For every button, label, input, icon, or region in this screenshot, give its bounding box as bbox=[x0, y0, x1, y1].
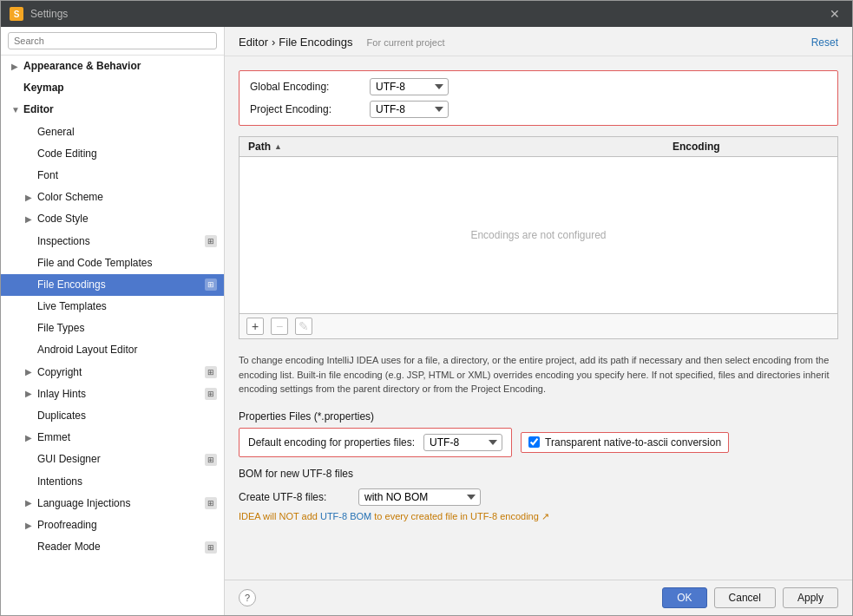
sidebar-item-label: Editor bbox=[23, 102, 54, 118]
sidebar-item-file-code-templates[interactable]: File and Code Templates bbox=[1, 252, 224, 274]
project-encoding-label: Project Encoding: bbox=[250, 103, 363, 115]
reset-button[interactable]: Reset bbox=[811, 36, 838, 49]
sidebar-item-proofreading[interactable]: ▶ Proofreading bbox=[1, 514, 224, 536]
remove-encoding-button[interactable]: − bbox=[271, 318, 288, 335]
sidebar-item-label: Duplicates bbox=[37, 408, 86, 424]
sidebar-item-duplicates[interactable]: Duplicates bbox=[1, 405, 224, 427]
minus-icon: − bbox=[276, 319, 283, 333]
sidebar-item-inspections[interactable]: Inspections ⊞ bbox=[1, 231, 224, 252]
sidebar-item-android-layout-editor[interactable]: Android Layout Editor bbox=[1, 339, 224, 361]
badge-icon: ⊞ bbox=[205, 454, 217, 466]
apply-button[interactable]: Apply bbox=[783, 587, 838, 608]
transparent-conversion-box: Transparent native-to-ascii conversion bbox=[521, 432, 729, 453]
sidebar-item-keymap[interactable]: Keymap bbox=[1, 77, 224, 99]
encoding-settings-box: Global Encoding: UTF-8 UTF-16 ISO-8859-1… bbox=[239, 70, 838, 126]
badge-icon: ⊞ bbox=[205, 366, 217, 378]
sidebar-item-intentions[interactable]: Intentions bbox=[1, 471, 224, 493]
sidebar-item-label: Keymap bbox=[23, 80, 64, 96]
sidebar-item-editor[interactable]: ▼ Editor bbox=[1, 99, 224, 121]
sort-arrow-icon: ▲ bbox=[274, 142, 282, 151]
edit-encoding-button[interactable]: ✎ bbox=[295, 318, 312, 335]
sidebar-item-label: Proofreading bbox=[37, 517, 97, 534]
global-encoding-row: Global Encoding: UTF-8 UTF-16 ISO-8859-1 bbox=[250, 78, 827, 95]
arrow-icon: ▶ bbox=[11, 60, 22, 74]
sidebar-item-label: Inlay Hints bbox=[37, 386, 86, 403]
bom-note-link[interactable]: UTF-8 BOM bbox=[320, 511, 371, 521]
sidebar-item-reader-mode[interactable]: Reader Mode ⊞ bbox=[1, 536, 224, 558]
chevron-right-icon: ▶ bbox=[25, 365, 36, 379]
project-encoding-select[interactable]: UTF-8 UTF-16 ISO-8859-1 bbox=[370, 101, 449, 118]
sidebar-item-appearance[interactable]: ▶ Appearance & Behavior bbox=[1, 56, 224, 77]
sidebar-item-general[interactable]: General bbox=[1, 121, 224, 143]
sidebar-item-label: Copyright bbox=[37, 364, 82, 381]
bom-select[interactable]: with NO BOM with BOM with BOM (macOS) wi… bbox=[358, 488, 481, 506]
sidebar-item-inlay-hints[interactable]: ▶ Inlay Hints ⊞ bbox=[1, 383, 224, 405]
encodings-table: Path ▲ Encoding Encodings are not config… bbox=[239, 136, 838, 339]
sidebar-item-label: Emmet bbox=[37, 429, 70, 446]
sidebar-item-label: File and Code Templates bbox=[37, 255, 153, 272]
search-box bbox=[1, 27, 224, 56]
sidebar-item-label: File Encodings bbox=[37, 277, 106, 293]
sidebar-item-file-encodings[interactable]: File Encodings ⊞ bbox=[1, 274, 224, 296]
question-icon: ? bbox=[245, 593, 250, 603]
col-path: Path ▲ bbox=[239, 137, 664, 156]
app-icon: S bbox=[10, 7, 23, 21]
close-button[interactable]: ✕ bbox=[826, 5, 843, 23]
sidebar-item-label: GUI Designer bbox=[37, 451, 101, 468]
properties-section: Properties Files (*.properties) Default … bbox=[239, 410, 838, 457]
bottom-bar: ? OK Cancel Apply bbox=[225, 580, 852, 615]
chevron-right-icon: ▶ bbox=[25, 431, 36, 445]
titlebar: S Settings ✕ bbox=[1, 1, 852, 27]
properties-row-container: Default encoding for properties files: U… bbox=[239, 428, 838, 457]
global-encoding-select[interactable]: UTF-8 UTF-16 ISO-8859-1 bbox=[370, 78, 449, 95]
main-panel: Editor › File Encodings For current proj… bbox=[225, 27, 852, 615]
breadcrumb-current: File Encodings bbox=[279, 36, 352, 49]
sidebar-item-language-injections[interactable]: ▶ Language Injections ⊞ bbox=[1, 493, 224, 514]
sidebar-item-label: Inspections bbox=[37, 233, 90, 250]
sidebar-item-label: Intentions bbox=[37, 474, 82, 490]
breadcrumb-scope: For current project bbox=[367, 37, 445, 48]
table-footer: + − ✎ bbox=[239, 313, 837, 338]
chevron-right-icon: ▶ bbox=[25, 519, 36, 533]
col-encoding-label: Encoding bbox=[673, 141, 720, 153]
sidebar-item-label: Android Layout Editor bbox=[37, 342, 137, 358]
sidebar-item-label: Appearance & Behavior bbox=[23, 58, 141, 75]
add-encoding-button[interactable]: + bbox=[246, 318, 264, 335]
help-button[interactable]: ? bbox=[239, 589, 256, 606]
badge-icon: ⊞ bbox=[205, 541, 217, 554]
bom-note-suffix: to every created file in UTF-8 encoding … bbox=[374, 511, 549, 521]
bom-note-prefix: IDEA will NOT add bbox=[239, 511, 320, 521]
sidebar-item-file-types[interactable]: File Types bbox=[1, 318, 224, 339]
cancel-button[interactable]: Cancel bbox=[714, 587, 776, 608]
sidebar-item-copyright[interactable]: ▶ Copyright ⊞ bbox=[1, 362, 224, 383]
sidebar-item-label: Reader Mode bbox=[37, 539, 101, 555]
default-encoding-label: Default encoding for properties files: bbox=[248, 436, 415, 449]
edit-icon: ✎ bbox=[299, 319, 309, 333]
chevron-right-icon: ▶ bbox=[25, 387, 36, 401]
sidebar-item-label: Code Style bbox=[37, 211, 89, 227]
bom-row: Create UTF-8 files: with NO BOM with BOM… bbox=[239, 488, 838, 506]
sidebar-item-live-templates[interactable]: Live Templates bbox=[1, 296, 224, 318]
properties-encoding-select[interactable]: UTF-8 UTF-16 ISO-8859-1 bbox=[423, 434, 502, 451]
global-encoding-label: Global Encoding: bbox=[250, 81, 363, 93]
chevron-right-icon: ▶ bbox=[25, 191, 36, 205]
sidebar-item-code-style[interactable]: ▶ Code Style bbox=[1, 208, 224, 230]
breadcrumb: Editor › File Encodings For current proj… bbox=[239, 36, 444, 49]
sidebar-item-code-editing[interactable]: Code Editing bbox=[1, 143, 224, 165]
ok-button[interactable]: OK bbox=[662, 587, 706, 608]
sidebar-item-emmet[interactable]: ▶ Emmet bbox=[1, 427, 224, 449]
search-input[interactable] bbox=[8, 32, 217, 49]
transparent-conversion-checkbox[interactable] bbox=[528, 436, 540, 448]
transparent-conversion-label[interactable]: Transparent native-to-ascii conversion bbox=[545, 436, 721, 449]
chevron-right-icon: ▶ bbox=[25, 213, 36, 226]
breadcrumb-parent: Editor bbox=[239, 36, 268, 49]
bom-note: IDEA will NOT add UTF-8 BOM to every cre… bbox=[239, 511, 838, 522]
add-icon: + bbox=[252, 319, 259, 333]
sidebar-item-font[interactable]: Font bbox=[1, 165, 224, 187]
sidebar-item-color-scheme[interactable]: ▶ Color Scheme bbox=[1, 187, 224, 208]
col-encoding: Encoding bbox=[664, 137, 837, 156]
sidebar-item-gui-designer[interactable]: GUI Designer ⊞ bbox=[1, 449, 224, 470]
properties-encoding-box: Default encoding for properties files: U… bbox=[239, 428, 512, 457]
sidebar-item-label: Code Editing bbox=[37, 146, 97, 162]
sidebar-item-label: General bbox=[37, 124, 75, 141]
